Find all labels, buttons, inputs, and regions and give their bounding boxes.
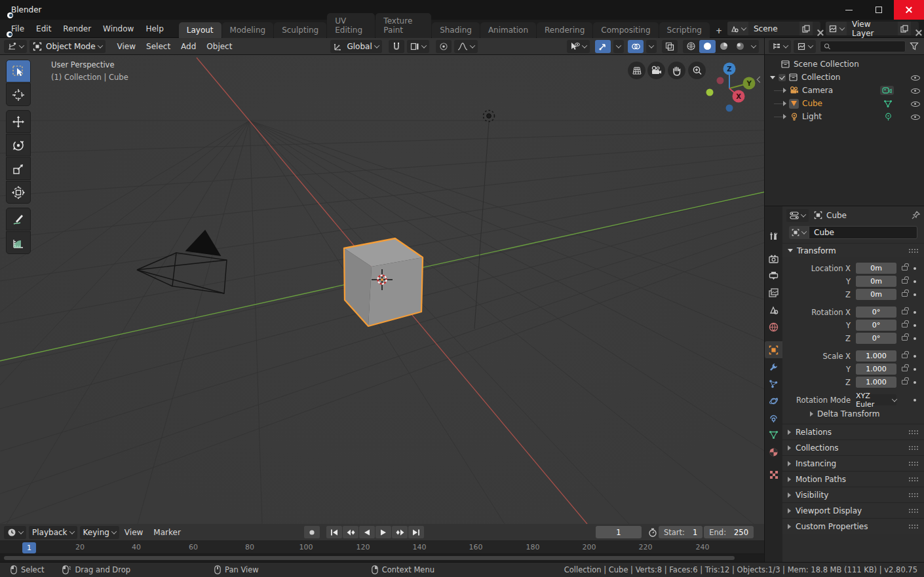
falloff-dropdown[interactable] (454, 40, 478, 53)
properties-editor-type-button[interactable] (786, 209, 809, 222)
tab-sculpting[interactable]: Sculpting (274, 22, 326, 38)
tab-scripting[interactable]: Scripting (659, 22, 710, 38)
mesh-data-icon[interactable] (883, 100, 893, 108)
jump-to-end-button[interactable] (408, 526, 424, 538)
frame-start-field[interactable]: Start:1 (659, 526, 703, 538)
tab-modeling[interactable]: Modeling (222, 22, 274, 38)
gizmos-toggle[interactable] (595, 40, 611, 53)
cube-object[interactable] (344, 238, 423, 326)
timeline-scrollbar[interactable] (4, 556, 735, 560)
tab-constraints[interactable] (765, 409, 782, 426)
close-button[interactable] (894, 0, 924, 20)
xray-toggle[interactable] (662, 40, 678, 53)
tab-render[interactable] (765, 250, 782, 267)
object-name-field[interactable]: Cube (809, 226, 917, 239)
lock-icon[interactable] (902, 279, 908, 284)
mode-dropdown[interactable]: Object Mode (29, 40, 106, 53)
tab-rendering[interactable]: Rendering (537, 22, 592, 38)
pin-icon[interactable] (912, 211, 920, 219)
view-layer-browse-button[interactable] (826, 22, 847, 35)
light-data-icon[interactable] (884, 113, 893, 121)
section-relations[interactable]: Relations (782, 424, 924, 439)
menu-add[interactable]: Add (176, 42, 201, 51)
3d-viewport[interactable]: User Perspective (1) Collection | Cube Z… (0, 55, 765, 524)
tab-particles[interactable] (765, 375, 782, 392)
timeline-editor-type-button[interactable] (4, 526, 26, 539)
lock-icon[interactable] (902, 367, 908, 371)
move-tool[interactable] (6, 110, 31, 133)
tab-modifiers[interactable] (765, 358, 782, 375)
tab-texture-paint[interactable]: Texture Paint (375, 13, 431, 38)
tab-physics[interactable] (765, 392, 782, 409)
editor-type-button[interactable] (4, 40, 27, 53)
keying-menu[interactable]: Keying (80, 526, 119, 539)
orthographic-toggle-button[interactable] (628, 62, 645, 79)
drag-handle-icon[interactable] (908, 524, 919, 529)
hide-eye-icon[interactable] (911, 73, 920, 82)
menu-object[interactable]: Object (201, 42, 237, 51)
camera-data-icon[interactable] (880, 86, 894, 95)
tab-material[interactable] (765, 443, 782, 460)
camera-object[interactable] (137, 231, 227, 293)
rotation-y-field[interactable]: 0° (856, 320, 896, 331)
transform-panel-header[interactable]: Transform (782, 243, 924, 257)
measure-tool[interactable] (6, 231, 31, 254)
collapse-arrow-icon[interactable] (783, 88, 786, 93)
lock-icon[interactable] (902, 336, 908, 341)
gizmos-dropdown[interactable] (613, 40, 624, 53)
animate-dot-icon[interactable] (914, 280, 916, 283)
pan-view-button[interactable] (668, 62, 685, 79)
animate-dot-icon[interactable] (914, 324, 916, 327)
scale-x-field[interactable]: 1.000 (856, 350, 896, 362)
hide-eye-icon[interactable] (911, 99, 920, 108)
rotation-z-field[interactable]: 0° (856, 333, 896, 344)
outliner-row-cube[interactable]: Cube (765, 97, 924, 110)
tab-shading[interactable]: Shading (432, 22, 480, 38)
menu-render[interactable]: Render (57, 20, 97, 38)
rotation-x-field[interactable]: 0° (856, 307, 896, 318)
auto-keying-button[interactable] (304, 526, 320, 538)
location-y-field[interactable]: 0m (856, 276, 896, 287)
light-object[interactable] (484, 111, 495, 122)
object-browse-button[interactable] (789, 226, 809, 239)
shading-solid-button[interactable] (699, 40, 716, 53)
shading-wireframe-button[interactable] (683, 40, 699, 53)
playback-menu[interactable]: Playback (29, 526, 77, 539)
lock-icon[interactable] (902, 310, 908, 314)
animate-dot-icon[interactable] (914, 293, 916, 296)
section-instancing[interactable]: Instancing (782, 455, 924, 471)
snap-toggle-button[interactable] (389, 40, 404, 53)
hide-eye-icon[interactable] (911, 112, 920, 121)
lock-icon[interactable] (902, 323, 908, 327)
hide-eye-icon[interactable] (911, 86, 920, 95)
outliner-search-input[interactable] (831, 43, 902, 50)
timeline-view-menu[interactable]: View (119, 528, 148, 537)
select-box-tool[interactable] (6, 60, 31, 83)
transform-tool[interactable] (6, 181, 31, 204)
add-workspace-button[interactable]: + (710, 24, 727, 38)
play-reverse-button[interactable] (359, 526, 375, 538)
prev-keyframe-button[interactable] (343, 526, 358, 538)
drag-handle-icon[interactable] (908, 493, 919, 498)
scale-tool[interactable] (6, 157, 31, 180)
overlays-toggle[interactable] (628, 40, 644, 53)
drag-handle-icon[interactable] (908, 445, 919, 451)
outliner-editor-type-button[interactable] (769, 40, 791, 53)
maximize-button[interactable] (864, 0, 894, 20)
drag-handle-icon[interactable] (908, 508, 919, 513)
use-preview-range-button[interactable] (648, 528, 657, 537)
gizmo-neg-z-axis[interactable] (726, 105, 733, 112)
overlays-dropdown[interactable] (646, 40, 657, 53)
menu-edit[interactable]: Edit (30, 20, 57, 38)
play-button[interactable] (375, 526, 391, 538)
animate-dot-icon[interactable] (914, 337, 916, 340)
tab-world[interactable] (765, 318, 782, 335)
transform-orientation-dropdown[interactable]: Global (330, 40, 381, 53)
navigation-gizmo[interactable]: Z Y X (693, 59, 765, 119)
tab-layout[interactable]: Layout (179, 22, 221, 38)
scene-name[interactable]: Scene (748, 24, 799, 33)
collapse-arrow-icon[interactable] (783, 101, 786, 106)
outliner-row-light[interactable]: Light (765, 110, 924, 123)
tab-scene[interactable] (765, 301, 782, 318)
outliner-display-mode-button[interactable] (794, 40, 816, 53)
